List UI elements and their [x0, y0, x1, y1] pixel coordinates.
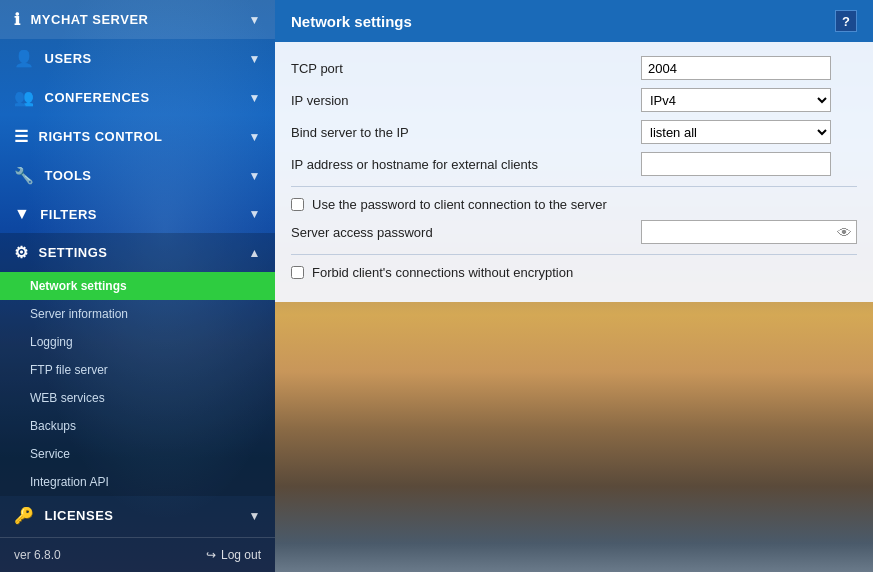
chevron-down-icon: ▼: [249, 169, 261, 183]
settings-icon: ⚙: [14, 243, 29, 262]
eye-icon[interactable]: 👁: [837, 224, 852, 241]
network-settings-panel: Network settings ? TCP port IP version I…: [275, 0, 873, 302]
sidebar-item-label: FILTERS: [40, 207, 97, 222]
sidebar-item-label: LICENSES: [45, 508, 114, 523]
bind-server-select[interactable]: listen all specific IP: [641, 120, 831, 144]
filters-icon: ▼: [14, 205, 30, 223]
tcp-port-label: TCP port: [291, 61, 631, 76]
chevron-down-icon: ▼: [249, 52, 261, 66]
chevron-down-icon: ▼: [249, 13, 261, 27]
sidebar-item-filters[interactable]: ▼ FILTERS ▼: [0, 195, 275, 233]
use-password-checkbox[interactable]: [291, 198, 304, 211]
licenses-icon: 🔑: [14, 506, 35, 525]
ip-version-label: IP version: [291, 93, 631, 108]
divider-1: [291, 186, 857, 187]
use-password-label[interactable]: Use the password to client connection to…: [312, 197, 607, 212]
forbid-checkbox[interactable]: [291, 266, 304, 279]
chevron-up-icon: ▲: [249, 246, 261, 260]
ip-version-row: IP version IPv4 IPv6 Both: [291, 88, 857, 112]
sidebar-item-settings[interactable]: ⚙ SETTINGS ▲: [0, 233, 275, 272]
users-icon: 👤: [14, 49, 35, 68]
server-password-label: Server access password: [291, 225, 631, 240]
help-button[interactable]: ?: [835, 10, 857, 32]
sidebar-item-server-information[interactable]: Server information: [0, 300, 275, 328]
ip-hostname-input[interactable]: [641, 152, 831, 176]
sidebar-item-label: TOOLS: [45, 168, 92, 183]
main-content: Network settings ? TCP port IP version I…: [275, 0, 873, 572]
sidebar-item-backups[interactable]: Backups: [0, 412, 275, 440]
sidebar-item-tools[interactable]: 🔧 TOOLS ▼: [0, 156, 275, 195]
sidebar-item-integration-api[interactable]: Integration API: [0, 468, 275, 496]
sidebar-item-label: CONFERENCES: [45, 90, 150, 105]
ip-version-select[interactable]: IPv4 IPv6 Both: [641, 88, 831, 112]
sidebar-item-label: USERS: [45, 51, 92, 66]
server-icon: ℹ: [14, 10, 21, 29]
chevron-down-icon: ▼: [249, 207, 261, 221]
sidebar-item-label: SETTINGS: [39, 245, 108, 260]
use-password-row: Use the password to client connection to…: [291, 197, 857, 212]
password-input-wrap: 👁: [641, 220, 857, 244]
panel-title: Network settings: [291, 13, 412, 30]
sidebar-item-mychat-server[interactable]: ℹ MYCHAT SERVER ▼: [0, 0, 275, 39]
sidebar-item-conferences[interactable]: 👥 CONFERENCES ▼: [0, 78, 275, 117]
settings-submenu: Network settings Server information Logg…: [0, 272, 275, 496]
tcp-port-input[interactable]: [641, 56, 831, 80]
version-label: ver 6.8.0: [14, 548, 61, 562]
tcp-port-row: TCP port: [291, 56, 857, 80]
sidebar-item-label: RIGHTS CONTROL: [39, 129, 163, 144]
bind-server-row: Bind server to the IP listen all specifi…: [291, 120, 857, 144]
logout-icon: ↪: [206, 548, 216, 562]
ip-hostname-label: IP address or hostname for external clie…: [291, 157, 631, 172]
rights-icon: ☰: [14, 127, 29, 146]
chevron-down-icon: ▼: [249, 91, 261, 105]
sidebar-item-web-services[interactable]: WEB services: [0, 384, 275, 412]
sidebar-item-users[interactable]: 👤 USERS ▼: [0, 39, 275, 78]
chevron-down-icon: ▼: [249, 130, 261, 144]
chevron-down-icon: ▼: [249, 509, 261, 523]
bind-server-label: Bind server to the IP: [291, 125, 631, 140]
forbid-row: Forbid client's connections without encr…: [291, 265, 857, 280]
sidebar-item-rights-control[interactable]: ☰ RIGHTS CONTROL ▼: [0, 117, 275, 156]
conferences-icon: 👥: [14, 88, 35, 107]
sidebar-item-logging[interactable]: Logging: [0, 328, 275, 356]
sidebar-footer: ver 6.8.0 ↪ Log out: [0, 537, 275, 572]
sidebar-item-licenses[interactable]: 🔑 LICENSES ▼: [0, 496, 275, 535]
server-password-input[interactable]: [641, 220, 857, 244]
logout-label: Log out: [221, 548, 261, 562]
sidebar-item-network-settings[interactable]: Network settings: [0, 272, 275, 300]
sidebar: ℹ MYCHAT SERVER ▼ 👤 USERS ▼ 👥 CONFERENCE…: [0, 0, 275, 572]
sidebar-item-label: MYCHAT SERVER: [31, 12, 149, 27]
divider-2: [291, 254, 857, 255]
panel-header: Network settings ?: [275, 0, 873, 42]
sidebar-item-service[interactable]: Service: [0, 440, 275, 468]
panel-body: TCP port IP version IPv4 IPv6 Both Bind …: [275, 42, 873, 302]
forbid-label[interactable]: Forbid client's connections without encr…: [312, 265, 573, 280]
sidebar-item-ftp-file-server[interactable]: FTP file server: [0, 356, 275, 384]
server-password-row: Server access password 👁: [291, 220, 857, 244]
ip-hostname-row: IP address or hostname for external clie…: [291, 152, 857, 176]
tools-icon: 🔧: [14, 166, 35, 185]
logout-button[interactable]: ↪ Log out: [206, 548, 261, 562]
